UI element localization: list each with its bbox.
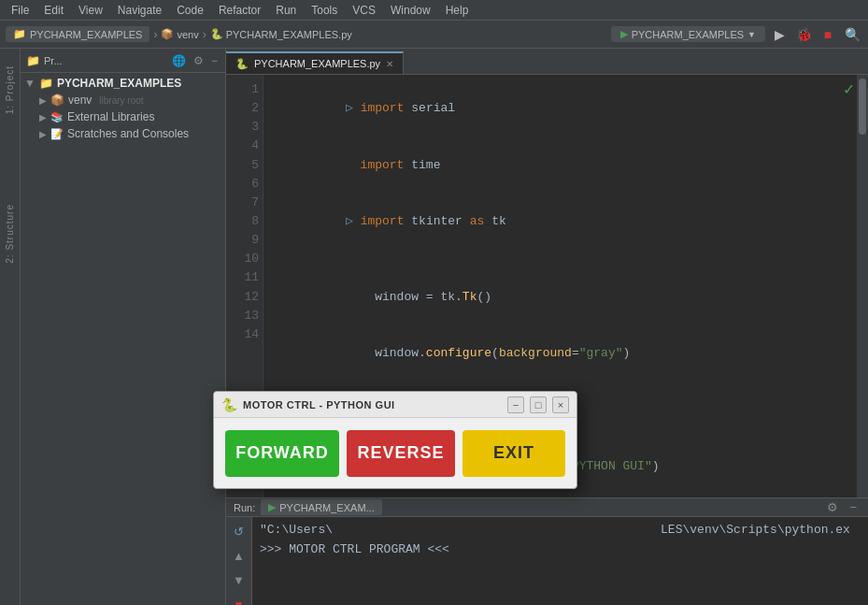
tab-close-icon[interactable]: ✕ <box>386 59 393 69</box>
project-folder-icon: 📁 <box>13 28 26 40</box>
py-file-icon: 🐍 <box>210 28 223 40</box>
gui-minimize-btn[interactable]: − <box>507 396 524 413</box>
run-settings-btn[interactable]: ⚙ <box>823 498 842 516</box>
run-body: ↺ ▲ ▼ ■ ⏸ ↵ "C:\Users\ LES\venv\Scripts\… <box>226 517 868 605</box>
code-line-2: import time <box>273 137 847 193</box>
toolbar-path: 📦 venv <box>161 28 198 40</box>
toolbar-breadcrumb-sep: › <box>153 28 157 41</box>
run-config-label: PYCHARM_EXAMPLES <box>632 29 744 40</box>
menu-refactor[interactable]: Refactor <box>211 2 268 19</box>
gui-title-icon: 🐍 <box>221 397 237 412</box>
editor-tabs: 🐍 PYCHARM_EXAMPLES.py ✕ <box>226 49 868 75</box>
menu-code[interactable]: Code <box>169 2 211 19</box>
menu-view[interactable]: View <box>71 2 110 19</box>
tree-item-venv[interactable]: ▶ 📦 venv library root <box>21 92 225 108</box>
menu-help[interactable]: Help <box>438 2 477 19</box>
main-layout: 1: Project 2: Structure 📁 Pr... 🌐 ⚙ − ▼ … <box>0 49 868 605</box>
line-num-12: 12 <box>230 288 259 307</box>
run-side-buttons: ↺ ▲ ▼ ■ ⏸ ↵ <box>226 517 252 605</box>
project-header-label: Pr... <box>44 55 166 66</box>
run-output-line-2: >>> MOTOR CTRL PROGRAM <<< <box>260 540 861 560</box>
line-num-11: 11 <box>230 268 259 287</box>
code-line-1: ▷ import serial <box>273 80 847 137</box>
menu-run[interactable]: Run <box>268 2 304 19</box>
line-num-14: 14 <box>230 325 259 344</box>
line-num-4: 4 <box>230 137 259 155</box>
run-close-btn[interactable]: − <box>846 498 861 516</box>
project-minimize-btn[interactable]: − <box>209 52 220 69</box>
tree-root-label: PYCHARM_EXAMPLES <box>57 77 181 90</box>
run-header-right: ⚙ − <box>823 498 861 516</box>
code-line-3: ▷ import tkinter as tk <box>273 194 847 250</box>
menu-edit[interactable]: Edit <box>36 2 71 19</box>
code-line-6: window.configure(background="gray") <box>273 325 847 382</box>
code-line-5: window = tk.Tk() <box>273 268 847 324</box>
project-panel: 📁 Pr... 🌐 ⚙ − ▼ 📁 PYCHARM_EXAMPLES ▶ 📦 v… <box>21 49 226 605</box>
run-up-btn[interactable]: ▲ <box>229 545 249 566</box>
toolbar: 📁 PYCHARM_EXAMPLES › 📦 venv › 🐍 PYCHARM_… <box>0 21 868 49</box>
project-gear-btn[interactable]: ⚙ <box>192 52 206 69</box>
tree-scratches-expand-icon: ▶ <box>39 129 47 139</box>
run-tab-icon: ▶ <box>268 501 276 513</box>
search-button[interactable]: 🔍 <box>842 24 862 45</box>
menu-file[interactable]: File <box>4 2 36 19</box>
gui-exit-button[interactable]: EXIT <box>462 430 565 477</box>
menu-tools[interactable]: Tools <box>304 2 345 19</box>
toolbar-right: ▶ PYCHARM_EXAMPLES ▼ ▶ 🐞 ■ 🔍 <box>611 24 862 45</box>
line-num-2: 2 <box>230 99 259 118</box>
project-label[interactable]: 📁 PYCHARM_EXAMPLES <box>6 26 149 42</box>
gui-close-btn[interactable]: × <box>552 396 569 413</box>
line-num-5: 5 <box>230 156 259 175</box>
run-output: "C:\Users\ LES\venv\Scripts\python.ex >>… <box>252 517 868 605</box>
tree-item-scratches[interactable]: ▶ 📝 Scratches and Consoles <box>21 125 225 142</box>
line-num-7: 7 <box>230 194 259 212</box>
line-num-3: 3 <box>230 118 259 137</box>
file-label: PYCHARM_EXAMPLES.py <box>226 29 352 40</box>
tree-root[interactable]: ▼ 📁 PYCHARM_EXAMPLES <box>21 75 225 92</box>
run-output-line-1: "C:\Users\ LES\venv\Scripts\python.ex <box>260 521 861 540</box>
run-down-btn[interactable]: ▼ <box>229 569 249 590</box>
project-settings-btn[interactable]: 🌐 <box>170 52 188 69</box>
gui-window: 🐍 MOTOR CTRL - PYTHON GUI − □ × FORWARD … <box>213 391 577 489</box>
line-num-10: 10 <box>230 250 259 268</box>
debug-button[interactable]: 🐞 <box>793 24 814 45</box>
tab-py-icon: 🐍 <box>235 58 249 70</box>
gui-titlebar: 🐍 MOTOR CTRL - PYTHON GUI − □ × <box>214 392 576 418</box>
tree-item-extlibs[interactable]: ▶ 📚 External Libraries <box>21 108 225 125</box>
vtab-project[interactable]: 1: Project <box>2 58 18 122</box>
project-name: PYCHARM_EXAMPLES <box>30 29 142 40</box>
editor-tab-main[interactable]: 🐍 PYCHARM_EXAMPLES.py ✕ <box>226 51 404 74</box>
editor-scrollbar[interactable]: ✓ <box>857 75 868 497</box>
run-config[interactable]: ▶ PYCHARM_EXAMPLES ▼ <box>611 26 765 42</box>
toolbar-file-path: 🐍 PYCHARM_EXAMPLES.py <box>210 28 352 40</box>
toolbar-breadcrumb-sep2: › <box>203 28 206 41</box>
line-num-1: 1 <box>230 80 259 99</box>
project-header-icon: 📁 <box>26 54 40 67</box>
tree-item-expand-icon: ▶ <box>39 95 47 106</box>
tree-extlibs-label: External Libraries <box>67 110 154 123</box>
gui-restore-btn[interactable]: □ <box>530 396 547 413</box>
menu-bar: File Edit View Navigate Code Refactor Ru… <box>0 0 868 21</box>
tree-venv-label: venv <box>68 94 92 107</box>
editor-area: 🐍 PYCHARM_EXAMPLES.py ✕ 1 2 3 4 5 6 7 8 … <box>226 49 868 605</box>
run-stop-btn[interactable]: ■ <box>229 594 249 605</box>
run-tab[interactable]: ▶ PYCHARM_EXAM... <box>261 499 381 515</box>
stop-button[interactable]: ■ <box>818 24 838 45</box>
vtab-structure[interactable]: 2: Structure <box>2 196 18 271</box>
run-button[interactable]: ▶ <box>769 24 790 45</box>
tree-scratches-icon: 📝 <box>50 128 64 140</box>
menu-vcs[interactable]: VCS <box>345 2 383 19</box>
scrollbar-thumb <box>859 79 866 135</box>
gui-body: FORWARD REVERSE EXIT <box>214 418 576 488</box>
code-line-9 <box>273 495 847 497</box>
menu-navigate[interactable]: Navigate <box>110 2 169 19</box>
checkmark-icon: ✓ <box>843 80 855 98</box>
gui-forward-button[interactable]: FORWARD <box>225 430 339 477</box>
venv-icon: 📦 <box>161 28 174 40</box>
tree-scratches-label: Scratches and Consoles <box>67 127 189 140</box>
gui-reverse-button[interactable]: REVERSE <box>347 430 455 477</box>
run-panel: Run: ▶ PYCHARM_EXAM... ⚙ − ↺ ▲ ▼ ■ ⏸ ↵ <box>226 497 868 605</box>
vertical-tabs: 1: Project 2: Structure <box>0 49 21 605</box>
run-restart-btn[interactable]: ↺ <box>229 521 249 541</box>
menu-window[interactable]: Window <box>383 2 438 19</box>
